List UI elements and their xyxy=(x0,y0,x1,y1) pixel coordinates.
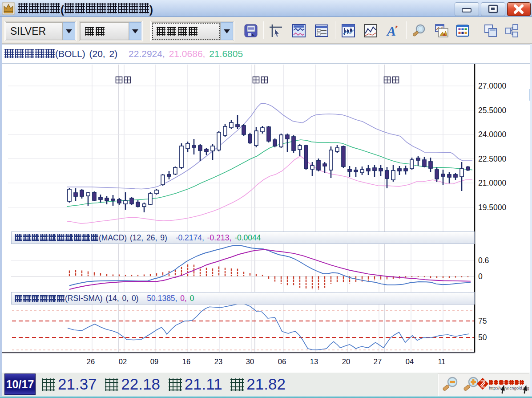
svg-text:16: 16 xyxy=(182,357,190,366)
svg-text:0: 0 xyxy=(478,272,483,281)
svg-text:09: 09 xyxy=(150,357,158,366)
svg-text:23: 23 xyxy=(214,357,222,366)
svg-text:13: 13 xyxy=(310,357,318,366)
svg-text:75: 75 xyxy=(478,317,487,325)
svg-text:27: 27 xyxy=(374,357,382,366)
svg-text:26: 26 xyxy=(87,357,95,366)
svg-text:Au: Au xyxy=(481,385,485,388)
svg-text:A: A xyxy=(386,24,396,38)
svg-text:24.0000: 24.0000 xyxy=(478,130,507,139)
svg-text:50: 50 xyxy=(478,333,487,342)
svg-text:25.5000: 25.5000 xyxy=(478,106,507,115)
svg-text:19.5000: 19.5000 xyxy=(478,203,507,212)
svg-text:30: 30 xyxy=(246,357,254,366)
svg-text:20: 20 xyxy=(342,357,350,366)
svg-text:11: 11 xyxy=(438,357,445,366)
svg-text:21.0000: 21.0000 xyxy=(478,179,507,187)
svg-text:22.5000: 22.5000 xyxy=(478,154,507,163)
svg-text:27.0000: 27.0000 xyxy=(478,81,507,90)
svg-text:06: 06 xyxy=(278,357,286,366)
svg-text:0.6: 0.6 xyxy=(478,256,489,265)
svg-text:04: 04 xyxy=(406,357,414,366)
svg-text:02: 02 xyxy=(119,357,127,366)
